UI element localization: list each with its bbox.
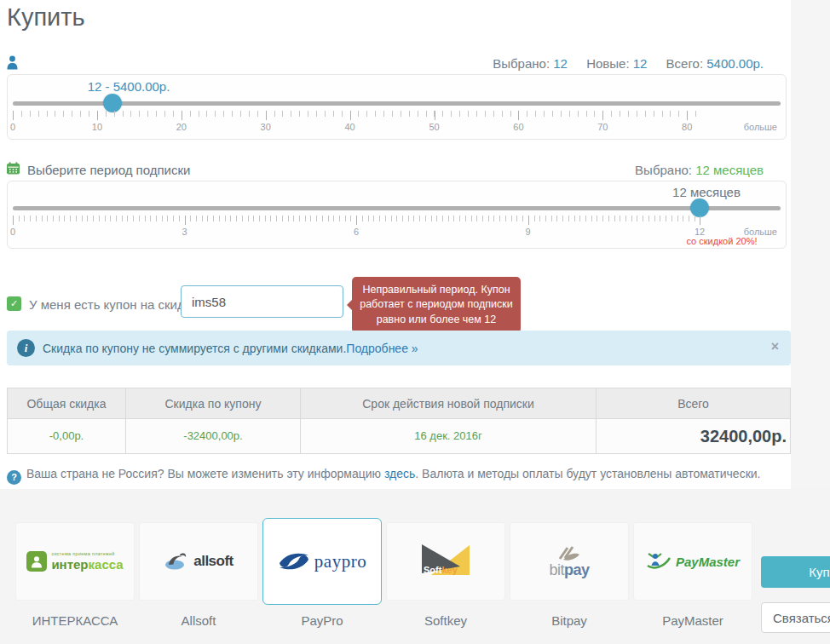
allsoft-logo-text: allsoft bbox=[193, 553, 233, 570]
interkassa-caption: система приема платежей bbox=[51, 552, 123, 557]
payment-method-label: ИНТЕРКАССА bbox=[15, 613, 135, 628]
period-slider-track[interactable] bbox=[13, 206, 781, 210]
licenses-slider-ruler: 01020304050607080 bbox=[13, 111, 698, 133]
payment-method-paymaster: PayMaster PayMaster bbox=[633, 489, 752, 639]
payment-tile-bitpay[interactable]: bitpay bbox=[510, 522, 629, 601]
licenses-major-tick bbox=[687, 111, 688, 120]
summary-header-cell: Всего bbox=[597, 388, 790, 419]
period-scale-label: 6 bbox=[354, 227, 359, 237]
licenses-stats: Выбрано: 12 Новые: 12 Всего: 5400.00р. bbox=[477, 56, 764, 71]
licenses-major-tick bbox=[518, 111, 519, 120]
payment-method-label: Softkey bbox=[386, 613, 505, 628]
info-banner-link[interactable]: Подробнее » bbox=[346, 342, 418, 355]
summary-header-cell: Скидка по купону bbox=[126, 388, 301, 419]
period-major-tick bbox=[700, 216, 700, 225]
licenses-major-tick bbox=[13, 111, 14, 120]
licenses-major-tick bbox=[602, 111, 603, 120]
paymaster-figure-icon bbox=[646, 551, 671, 572]
period-slider-handle[interactable] bbox=[690, 198, 709, 217]
paypro-logo: paypro bbox=[278, 550, 366, 572]
licenses-slider-handle[interactable] bbox=[103, 94, 122, 112]
interkassa-logo: система приема платежей интеркасса bbox=[26, 551, 123, 572]
payment-method-label: PayPro bbox=[262, 613, 382, 628]
content-card: Купить Выбрано: 12 Новые: 12 Всего: 5400… bbox=[0, 0, 791, 489]
summary-header-cell: Общая скидка bbox=[8, 388, 126, 419]
payment-tile-allsoft[interactable]: allsoft bbox=[139, 522, 258, 601]
interkassa-logo-text: интеркасса bbox=[51, 558, 123, 571]
minor-ticks bbox=[13, 111, 698, 117]
summary-value-cell: -0,00р. bbox=[8, 419, 126, 453]
licenses-scale-label: 80 bbox=[682, 122, 692, 132]
period-major-tick bbox=[528, 216, 529, 225]
period-scale-label: 3 bbox=[182, 227, 187, 237]
period-slider-ruler: 036912 bbox=[13, 216, 705, 238]
payment-tile-paypro[interactable]: paypro bbox=[262, 518, 382, 605]
payment-section: система приема платежей интеркасса ИНТЕР… bbox=[0, 489, 830, 644]
licenses-header: Выбрано: 12 Новые: 12 Всего: 5400.00р. bbox=[7, 55, 784, 73]
licenses-scale-label: 30 bbox=[261, 122, 271, 132]
payment-method-paypro: paypro PayPro bbox=[262, 489, 382, 639]
page-title: Купить bbox=[7, 3, 85, 32]
country-note: ?Ваша страна не Россия? Вы можете измени… bbox=[7, 467, 784, 485]
period-major-tick bbox=[356, 216, 357, 225]
softkey-logo: Softkey bbox=[421, 543, 470, 580]
buy-button[interactable]: Купить bbox=[761, 556, 830, 588]
paypro-eye-icon bbox=[278, 550, 310, 572]
summary-table: Общая скидкаСкидка по купонуСрок действи… bbox=[7, 388, 791, 454]
licenses-scale-label: 10 bbox=[92, 122, 102, 132]
payment-method-label: PayMaster bbox=[633, 613, 752, 628]
licenses-major-tick bbox=[266, 111, 267, 120]
period-stats: Выбрано: 12 месяцев bbox=[620, 163, 764, 177]
payment-method-softkey: Softkey Softkey bbox=[386, 489, 505, 639]
info-icon: i bbox=[17, 339, 35, 357]
summary-value-cell: 16 дек. 2016г bbox=[301, 419, 597, 453]
coupon-checkbox[interactable]: ✓ bbox=[7, 296, 21, 311]
summary-value-cell: -32400,00р. bbox=[126, 419, 301, 453]
payment-method-label: Allsoft bbox=[139, 613, 258, 628]
summary-total-cell: 32400,00р. bbox=[597, 419, 790, 453]
softkey-logo-text: Softkey bbox=[424, 565, 458, 575]
period-title: Выберите период подписки bbox=[27, 163, 190, 177]
close-icon[interactable]: × bbox=[771, 339, 779, 354]
coupon-row: ✓ У меня есть купон на скидку Неправильн… bbox=[7, 285, 784, 326]
licenses-scale-label: 60 bbox=[513, 122, 523, 132]
contact-button[interactable]: Связаться с нами bbox=[761, 602, 830, 633]
period-header: Выберите период подписки Выбрано: 12 мес… bbox=[7, 161, 784, 180]
payment-tile-paymaster[interactable]: PayMaster bbox=[633, 522, 752, 601]
allsoft-logo: allsoft bbox=[164, 552, 233, 571]
coupon-input[interactable] bbox=[181, 285, 343, 318]
licenses-scale-more: больше bbox=[744, 122, 777, 132]
payment-tile-interkassa[interactable]: система приема платежей интеркасса bbox=[15, 522, 135, 601]
licenses-major-tick bbox=[97, 111, 98, 120]
summary-table-header-row: Общая скидкаСкидка по купонуСрок действи… bbox=[8, 388, 790, 419]
licenses-scale-label: 40 bbox=[344, 122, 354, 132]
payment-tile-softkey[interactable]: Softkey bbox=[386, 522, 505, 601]
licenses-major-tick bbox=[350, 111, 351, 120]
licenses-slider-value-label: 12 - 5400.00р. bbox=[88, 79, 170, 94]
stat-selected: Выбрано: 12 bbox=[493, 56, 568, 71]
calendar-icon bbox=[7, 162, 20, 178]
summary-header-cell: Срок действия новой подписки bbox=[301, 388, 597, 419]
stat-new: Новые: 12 bbox=[586, 56, 647, 71]
period-slider-value-label: 12 месяцев bbox=[672, 185, 741, 199]
change-country-link[interactable]: здесь bbox=[384, 467, 415, 480]
info-banner-text: Скидка по купону не суммируется с другим… bbox=[43, 342, 418, 355]
coupon-error-tooltip: Неправильный период. Купон работает с пе… bbox=[352, 277, 521, 333]
period-scale-label: 9 bbox=[525, 227, 530, 237]
licenses-major-tick bbox=[435, 111, 435, 120]
paypro-logo-text: paypro bbox=[314, 551, 366, 572]
summary-table-value-row: -0,00р.-32400,00р.16 дек. 2016г32400,00р… bbox=[8, 419, 790, 453]
licenses-scale-label: 70 bbox=[597, 122, 608, 132]
paymaster-logo-text: PayMaster bbox=[676, 555, 740, 569]
licenses-slider-track[interactable] bbox=[13, 101, 781, 106]
payment-methods: система приема платежей интеркасса ИНТЕР… bbox=[15, 489, 757, 639]
period-scale-label: 0 bbox=[10, 227, 15, 237]
user-icon bbox=[7, 55, 18, 73]
bitpay-logo-text: bitpay bbox=[549, 562, 589, 578]
payment-method-interkassa: система приема платежей интеркасса ИНТЕР… bbox=[15, 489, 135, 639]
period-slider-panel: 12 месяцев 036912 больше со скидкой 20%! bbox=[7, 181, 787, 249]
bitpay-logo: bitpay bbox=[549, 545, 589, 578]
licenses-scale-label: 0 bbox=[10, 122, 15, 132]
payment-method-bitpay: bitpay Bitpay bbox=[510, 489, 629, 639]
bitpay-brush-icon bbox=[556, 545, 582, 562]
